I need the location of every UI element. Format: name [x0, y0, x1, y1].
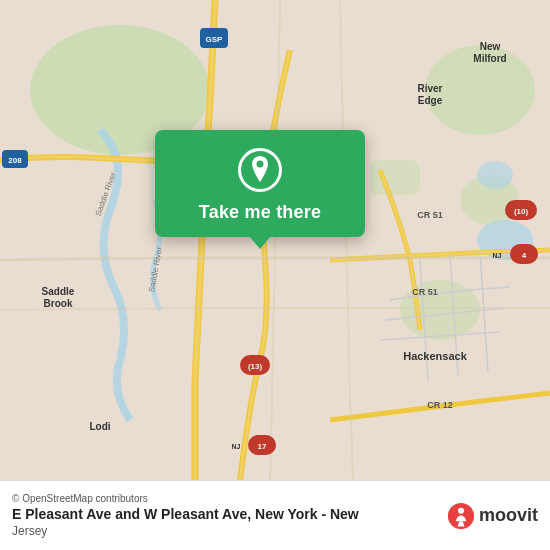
svg-text:NJ: NJ	[493, 252, 502, 259]
svg-text:Milford: Milford	[473, 53, 506, 64]
svg-text:Hackensack: Hackensack	[403, 350, 467, 362]
attribution-text: © OpenStreetMap contributors	[12, 493, 359, 504]
location-subtitle: Jersey	[12, 524, 359, 538]
svg-rect-5	[370, 160, 420, 195]
svg-text:Edge: Edge	[418, 95, 443, 106]
svg-text:River: River	[417, 83, 442, 94]
svg-text:208: 208	[8, 156, 22, 165]
svg-text:Saddle: Saddle	[42, 286, 75, 297]
location-pin-icon	[238, 148, 282, 192]
svg-text:(10): (10)	[514, 207, 529, 216]
svg-text:CR 12: CR 12	[427, 400, 453, 410]
map-container: GSP 17 NJ 17 NJ (13) 208 (10) 4 NJ CR 51…	[0, 0, 550, 480]
svg-text:New: New	[480, 41, 501, 52]
bottom-bar: © OpenStreetMap contributors E Pleasant …	[0, 480, 550, 550]
svg-text:GSP: GSP	[206, 35, 224, 44]
svg-text:CR 51: CR 51	[412, 287, 438, 297]
svg-text:(13): (13)	[248, 362, 263, 371]
svg-text:Lodi: Lodi	[89, 421, 110, 432]
svg-text:4: 4	[522, 251, 527, 260]
svg-point-38	[257, 161, 264, 168]
location-title: E Pleasant Ave and W Pleasant Ave, New Y…	[12, 506, 359, 522]
svg-text:CR 51: CR 51	[417, 210, 443, 220]
popup-card: Take me there	[155, 130, 365, 237]
svg-point-7	[477, 161, 513, 189]
moovit-text: moovit	[479, 505, 538, 526]
svg-text:17: 17	[258, 442, 267, 451]
bottom-left: © OpenStreetMap contributors E Pleasant …	[12, 493, 359, 538]
svg-text:NJ: NJ	[232, 443, 241, 450]
moovit-logo: moovit	[447, 502, 538, 530]
svg-point-40	[458, 507, 464, 513]
moovit-brand-icon	[447, 502, 475, 530]
svg-text:Brook: Brook	[44, 298, 73, 309]
take-me-there-button[interactable]: Take me there	[199, 202, 321, 223]
